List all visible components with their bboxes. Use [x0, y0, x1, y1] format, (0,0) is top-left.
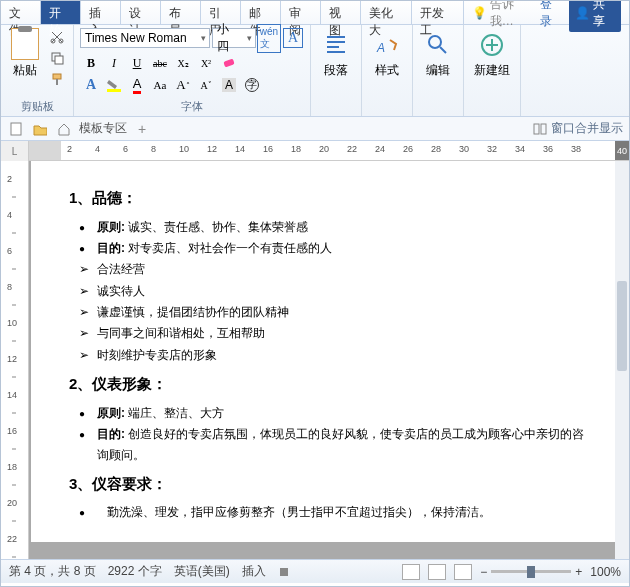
- group-new: 新建组: [464, 25, 521, 116]
- list-item: 时刻维护专卖店的形象: [79, 345, 589, 365]
- svg-rect-12: [534, 124, 539, 134]
- svg-rect-14: [280, 568, 288, 576]
- superscript-button[interactable]: X²: [195, 53, 217, 73]
- font-size-select[interactable]: 小四: [212, 28, 256, 48]
- scroll-thumb[interactable]: [617, 281, 627, 371]
- scissors-icon: [50, 30, 64, 44]
- heading: 1、品德：: [69, 185, 589, 211]
- subscript-button[interactable]: X₂: [172, 53, 194, 73]
- list-item: 原则: 诚实、责任感、协作、集体荣誉感: [79, 217, 589, 237]
- new-group-button[interactable]: 新建组: [470, 28, 514, 81]
- paste-button[interactable]: 粘贴: [7, 28, 43, 79]
- grow-font-button[interactable]: A˄: [172, 75, 194, 95]
- document-viewport[interactable]: 1、品德： 原则: 诚实、责任感、协作、集体荣誉感 目的: 对专卖店、对社会作一…: [29, 161, 629, 559]
- folder-icon: [33, 122, 47, 136]
- tab-beautify[interactable]: 美化大: [361, 1, 412, 24]
- document-icon: [9, 122, 23, 136]
- zoom-in-button[interactable]: +: [575, 565, 582, 579]
- heading: 3、仪容要求：: [69, 471, 589, 497]
- zoom-slider[interactable]: − +: [480, 565, 582, 579]
- cut-button[interactable]: [47, 28, 67, 46]
- char-border-icon: A: [283, 28, 303, 48]
- shrink-font-button[interactable]: A˅: [195, 75, 217, 95]
- text-effects-button[interactable]: A: [80, 75, 102, 95]
- styles-icon: A: [372, 30, 402, 60]
- templates-link[interactable]: 模板专区: [79, 120, 127, 137]
- macro-indicator[interactable]: [278, 566, 290, 578]
- bold-button[interactable]: B: [80, 53, 102, 73]
- clear-format-button[interactable]: [218, 53, 240, 73]
- highlight-icon: [106, 78, 122, 92]
- change-case-button[interactable]: Aa: [149, 75, 171, 95]
- tab-design[interactable]: 设计: [121, 1, 161, 24]
- word-count[interactable]: 2922 个字: [108, 563, 162, 580]
- group-paragraph: 段落: [311, 25, 362, 116]
- font-color-button[interactable]: A: [126, 75, 148, 95]
- list-item: 目的: 对专卖店、对社会作一个有责任感的人: [79, 238, 589, 258]
- editing-button[interactable]: 编辑: [419, 28, 457, 81]
- zoom-track[interactable]: [491, 570, 571, 573]
- char-border-button[interactable]: A: [282, 28, 304, 48]
- zoom-level[interactable]: 100%: [590, 565, 621, 579]
- read-mode-view[interactable]: [428, 564, 446, 580]
- ribbon: 粘贴 剪贴板 Times New Roman 小四 wén文 A B I U a…: [1, 25, 629, 117]
- tab-file[interactable]: 文件: [1, 1, 41, 24]
- svg-rect-3: [55, 56, 63, 64]
- language-indicator[interactable]: 英语(美国): [174, 563, 230, 580]
- underline-button[interactable]: U: [126, 53, 148, 73]
- list-item: 勤洗澡、理发，指甲应修剪整齐（男士指甲不宜超过指尖），保持清洁。: [79, 502, 589, 522]
- tab-view[interactable]: 视图: [321, 1, 361, 24]
- vertical-scrollbar[interactable]: [615, 161, 629, 559]
- highlight-button[interactable]: [103, 75, 125, 95]
- share-button[interactable]: 👤共享: [569, 0, 621, 32]
- tab-mailings[interactable]: 邮件: [241, 1, 281, 24]
- list-item: 原则: 端庄、整洁、大方: [79, 403, 589, 423]
- merge-windows-button[interactable]: 窗口合并显示: [533, 120, 623, 137]
- insert-mode[interactable]: 插入: [242, 563, 266, 580]
- list-item: 与同事之间和谐相处，互相帮助: [79, 323, 589, 343]
- svg-rect-7: [107, 89, 121, 92]
- list-item: 谦虚谨慎，提倡团结协作的团队精神: [79, 302, 589, 322]
- enclose-char-button[interactable]: 字: [241, 75, 263, 95]
- open-button[interactable]: [31, 120, 49, 138]
- tab-review[interactable]: 审阅: [281, 1, 321, 24]
- web-layout-view[interactable]: [454, 564, 472, 580]
- add-tab-button[interactable]: +: [133, 120, 151, 138]
- home-button[interactable]: [55, 120, 73, 138]
- page-indicator[interactable]: 第 4 页，共 8 页: [9, 563, 96, 580]
- bulb-icon: 💡: [472, 6, 487, 20]
- font-name-select[interactable]: Times New Roman: [80, 28, 210, 48]
- group-label: 剪贴板: [7, 98, 67, 115]
- strikethrough-button[interactable]: abc: [149, 53, 171, 73]
- share-icon: 👤: [575, 6, 590, 20]
- print-layout-view[interactable]: [402, 564, 420, 580]
- tab-insert[interactable]: 插入: [81, 1, 121, 24]
- login-link[interactable]: 登录: [540, 0, 563, 30]
- horizontal-ruler[interactable]: L 402468101214161820222426283032343638: [1, 141, 629, 161]
- new-doc-button[interactable]: [7, 120, 25, 138]
- zoom-out-button[interactable]: −: [480, 565, 487, 579]
- char-shading-button[interactable]: A: [218, 75, 240, 95]
- record-icon: [278, 566, 290, 578]
- zoom-thumb[interactable]: [527, 566, 535, 578]
- list-item: 目的: 创造良好的专卖店氛围，体现员工的良好风貌，使专卖店的员工成为顾客心中亲切…: [79, 424, 589, 465]
- wen-icon: wén文: [257, 24, 281, 53]
- tab-developer[interactable]: 开发工: [412, 1, 463, 24]
- svg-point-9: [429, 36, 441, 48]
- format-painter-button[interactable]: [47, 70, 67, 88]
- italic-button[interactable]: I: [103, 53, 125, 73]
- paragraph-icon: [321, 30, 351, 60]
- page: 1、品德： 原则: 诚实、责任感、协作、集体荣誉感 目的: 对专卖店、对社会作一…: [31, 161, 625, 542]
- vertical-ruler[interactable]: 246810121416182022: [1, 161, 29, 559]
- paragraph-button[interactable]: 段落: [317, 28, 355, 81]
- svg-rect-4: [53, 74, 61, 79]
- tab-home[interactable]: 开始: [41, 1, 81, 24]
- svg-rect-13: [541, 124, 546, 134]
- tab-layout[interactable]: 布局: [161, 1, 201, 24]
- list-item: 合法经营: [79, 259, 589, 279]
- group-clipboard: 粘贴 剪贴板: [1, 25, 74, 116]
- styles-button[interactable]: A样式: [368, 28, 406, 81]
- svg-rect-6: [223, 58, 234, 67]
- copy-button[interactable]: [47, 49, 67, 67]
- phonetic-guide-button[interactable]: wén文: [258, 28, 280, 48]
